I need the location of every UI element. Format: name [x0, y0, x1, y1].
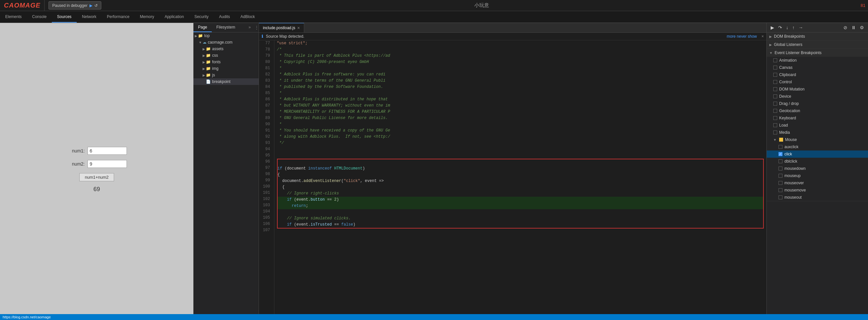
chevron-icon: ▶	[769, 43, 772, 47]
bp-item-mouseover[interactable]: mouseover	[767, 179, 868, 186]
bp-item-keyboard[interactable]: Keyboard	[767, 114, 868, 122]
bp-item-clipboard[interactable]: Clipboard	[767, 71, 868, 78]
pause-exceptions-button[interactable]: ⏸	[850, 24, 857, 31]
settings-button[interactable]: ⚙	[859, 24, 865, 31]
control-checkbox[interactable]	[773, 80, 777, 84]
tab-audits[interactable]: Audits	[214, 11, 235, 23]
mousedown-checkbox[interactable]	[778, 167, 782, 171]
bp-item-drag-drop[interactable]: Drag / drop	[767, 100, 868, 107]
device-checkbox[interactable]	[773, 94, 777, 98]
bp-item-mouseout[interactable]: mouseout	[767, 194, 868, 201]
bp-item-canvas[interactable]: Canvas	[767, 64, 868, 71]
tree-item-top[interactable]: ▶ 📁 top	[193, 32, 259, 39]
mousemove-checkbox[interactable]	[778, 188, 782, 192]
app-logo: CAOMAGE	[4, 2, 40, 9]
paused-badge: Paused in debugger ▶ ↺	[49, 1, 101, 9]
tree-menu-button[interactable]: ⋮	[255, 23, 259, 32]
click-checkbox[interactable]: ✓	[778, 152, 782, 156]
bp-item-device[interactable]: Device	[767, 93, 868, 100]
bp-item-load[interactable]: Load	[767, 122, 868, 129]
line-num-99: 99	[261, 177, 271, 184]
mouseout-checkbox[interactable]	[778, 196, 782, 199]
tree-more-button[interactable]: »	[246, 23, 253, 32]
mousemove-label: mousemove	[784, 188, 806, 193]
source-map-close-icon[interactable]: ×	[762, 34, 764, 39]
tab-network[interactable]: Network	[77, 11, 102, 23]
close-tab-icon[interactable]: ×	[297, 25, 300, 30]
editor-tab-postload[interactable]: include.postload.js ×	[259, 23, 304, 32]
mouseup-checkbox[interactable]	[778, 174, 782, 178]
dom-breakpoints-header[interactable]: ▶ DOM Breakpoints	[767, 32, 868, 40]
dblclick-checkbox[interactable]	[778, 159, 782, 163]
tab-sources[interactable]: Sources	[52, 11, 77, 23]
line-num-102: 102	[261, 196, 271, 202]
play-icon[interactable]: ▶	[90, 3, 92, 8]
bp-item-control[interactable]: Control	[767, 78, 868, 86]
tree-item-js[interactable]: ▶ 📁 js	[193, 72, 259, 78]
mouse-checkbox[interactable]	[779, 138, 783, 142]
num1-input[interactable]	[88, 147, 127, 155]
dom-breakpoints-label: DOM Breakpoints	[774, 34, 805, 39]
tab-security[interactable]: Security	[189, 11, 214, 23]
tab-performance[interactable]: Performance	[102, 11, 135, 23]
bp-item-media[interactable]: Media	[767, 129, 868, 136]
load-checkbox[interactable]	[773, 123, 777, 127]
bp-item-geolocation[interactable]: Geolocation	[767, 107, 868, 114]
tree-item-assets[interactable]: ▶ 📁 assets	[193, 46, 259, 52]
line-num-107: 107	[261, 227, 271, 233]
animation-checkbox[interactable]	[773, 58, 777, 62]
bp-item-dblclick[interactable]: dblclick	[767, 158, 868, 165]
step-out-button[interactable]: ↑	[791, 24, 796, 31]
resume-button[interactable]: ▶	[769, 24, 776, 31]
reload-icon[interactable]: ↺	[94, 3, 98, 8]
step-button[interactable]: →	[797, 24, 804, 31]
bp-item-mouseup[interactable]: mouseup	[767, 172, 868, 179]
mouseover-label: mouseover	[784, 181, 804, 185]
bp-item-mouse[interactable]: ▼ Mouse	[767, 136, 868, 143]
tree-item-fonts[interactable]: ▶ 📁 fonts	[193, 59, 259, 65]
tab-console[interactable]: Console	[27, 11, 52, 23]
auxclick-checkbox[interactable]	[778, 145, 782, 149]
num2-input[interactable]	[88, 160, 127, 168]
tree-item-caomage[interactable]: ▼ ☁ caomage.com	[193, 39, 259, 46]
global-listeners-header[interactable]: ▶ Global Listeners	[767, 41, 868, 49]
result-display: 69	[93, 186, 100, 193]
deactivate-button[interactable]: ⊘	[842, 24, 849, 31]
tab-elements[interactable]: Elements	[0, 11, 27, 23]
bp-item-auxclick[interactable]: auxclick	[767, 143, 868, 150]
tab-page[interactable]: Page	[193, 23, 212, 32]
tab-filesystem[interactable]: Filesystem	[212, 23, 240, 32]
line-num-85: 85	[261, 90, 271, 96]
bp-item-mousemove[interactable]: mousemove	[767, 186, 868, 194]
drag-drop-checkbox[interactable]	[773, 101, 777, 106]
dom-mutation-checkbox[interactable]	[773, 87, 777, 91]
canvas-checkbox[interactable]	[773, 65, 777, 69]
source-map-more-link[interactable]: more never show	[727, 34, 757, 39]
code-area[interactable]: 77 78 79 80 81 82 83 84 85 86 87 88 89 9…	[259, 40, 766, 314]
logo-area: CAOMAGE	[0, 0, 44, 11]
geolocation-checkbox[interactable]	[773, 109, 777, 113]
bp-item-click[interactable]: ✓ click	[767, 150, 868, 158]
step-into-button[interactable]: ↓	[785, 24, 789, 31]
clipboard-checkbox[interactable]	[773, 73, 777, 77]
tab-memory[interactable]: Memory	[135, 11, 159, 23]
tree-item-img[interactable]: ▶ 📁 img	[193, 65, 259, 72]
media-checkbox[interactable]	[773, 130, 777, 135]
event-listener-breakpoints-header[interactable]: ▼ Event Listener Breakpoints	[767, 49, 868, 57]
code-lines: "use strict"; /* * This file is part of …	[274, 40, 766, 314]
tab-adblock[interactable]: AdBlock	[235, 11, 260, 23]
tree-label-fonts: fonts	[212, 60, 221, 64]
calculate-button[interactable]: num1+num2	[79, 173, 115, 181]
devtools-tabs: Elements Console Sources Network Perform…	[0, 11, 868, 23]
bp-item-animation[interactable]: Animation	[767, 57, 868, 64]
dblclick-label: dblclick	[784, 159, 797, 164]
bp-item-mousedown[interactable]: mousedown	[767, 165, 868, 172]
tab-application[interactable]: Application	[159, 11, 189, 23]
step-over-button[interactable]: ↷	[777, 24, 783, 31]
bp-item-dom-mutation[interactable]: DOM Mutation	[767, 86, 868, 93]
tree-item-css[interactable]: ▶ 📁 css	[193, 52, 259, 59]
mouseover-checkbox[interactable]	[778, 181, 782, 185]
tree-item-breakpoint[interactable]: 📄 breakpoint	[193, 78, 259, 85]
keyboard-checkbox[interactable]	[773, 116, 777, 120]
drag-drop-label: Drag / drop	[779, 101, 799, 106]
